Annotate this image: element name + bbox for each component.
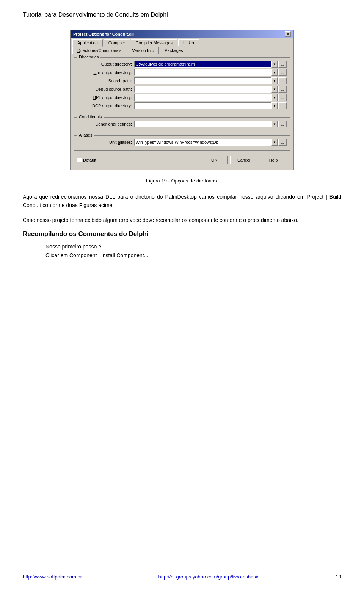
unit-aliases-dropdown[interactable]: ▼ [271, 139, 278, 146]
unit-aliases-browse[interactable]: ... [278, 139, 287, 146]
bpl-output-directory-browse[interactable]: ... [278, 94, 287, 101]
default-checkbox[interactable] [77, 158, 82, 162]
indented-text: Nosso primeiro passo é:Clicar em Compone… [46, 242, 341, 259]
search-path-input[interactable] [134, 77, 271, 84]
default-checkbox-area: Default [77, 158, 96, 162]
ok-button[interactable]: OK [201, 156, 228, 164]
conditional-defines-input[interactable] [134, 121, 271, 127]
debug-source-path-input[interactable] [134, 86, 271, 93]
page-title: Tutorial para Desenvolvimento de Conduit… [23, 11, 341, 18]
unit-output-directory-label: Unit output directory: [77, 70, 134, 75]
tab-compiler-messages[interactable]: Compiler Messages [131, 39, 177, 46]
output-directory-dropdown[interactable]: ▼ [271, 61, 278, 68]
bpl-output-directory-input-group: ▼ ... [134, 94, 287, 101]
dcp-output-directory-label: DCP output directory: [77, 104, 134, 108]
page-number: 13 [336, 574, 341, 580]
cancel-button-label: Cancel [237, 158, 250, 162]
dcp-output-directory-browse[interactable]: ... [278, 102, 287, 109]
tab-application[interactable]: Application [72, 39, 103, 47]
dialog-wrapper: Project Options for Conduit.dll ✕ Applic… [23, 30, 341, 170]
dcp-output-directory-row: DCP output directory: ▼ ... [77, 102, 287, 109]
figure-caption: Figura 19 - Opções de diretórios. [23, 178, 341, 184]
conditional-defines-row: Conditional defines: ▼ ... [77, 121, 287, 127]
section-heading: Recompilando os Comonentes do Delphi [23, 230, 341, 238]
dcp-output-directory-input[interactable] [134, 102, 271, 109]
aliases-group: Aliases Unit aliases: ▼ ... [74, 135, 290, 151]
bpl-output-directory-input[interactable] [134, 94, 271, 101]
tabs-row1: Application Compiler Compiler Messages L… [71, 38, 293, 46]
default-checkbox-label: Default [83, 158, 96, 162]
bpl-output-directory-row: BPL output directory: ▼ ... [77, 94, 287, 101]
tabs-row2: Directories/Conditionals Version Info Pa… [71, 47, 293, 54]
debug-source-path-row: Debug source path: ▼ ... [77, 86, 287, 93]
unit-aliases-input[interactable] [134, 139, 271, 146]
project-options-dialog: Project Options for Conduit.dll ✕ Applic… [70, 30, 294, 170]
unit-aliases-input-group: ▼ ... [134, 139, 287, 146]
search-path-dropdown[interactable]: ▼ [271, 77, 278, 84]
directories-group: Directories Output directory: ▼ ... Unit… [74, 57, 290, 114]
output-directory-label: Output directory: [77, 62, 134, 66]
ok-button-label: OK [211, 158, 217, 162]
search-path-input-group: ▼ ... [134, 77, 287, 84]
output-directory-input[interactable] [134, 61, 271, 68]
unit-output-directory-browse[interactable]: ... [278, 69, 287, 76]
help-button[interactable]: Help [260, 156, 287, 164]
search-path-row: Search path: ▼ ... [77, 77, 287, 84]
aliases-legend: Aliases [77, 133, 94, 137]
debug-source-path-input-group: ▼ ... [134, 86, 287, 93]
conditionals-group: Conditionals Conditional defines: ▼ ... [74, 117, 290, 132]
footer-link2[interactable]: http://br.groups.yahoo.com/group/livro-n… [158, 574, 259, 580]
search-path-browse[interactable]: ... [278, 77, 287, 84]
tab-packages[interactable]: Packages [160, 47, 188, 54]
dcp-output-directory-dropdown[interactable]: ▼ [271, 102, 278, 109]
tab-compiler[interactable]: Compiler [104, 39, 130, 46]
dcp-output-directory-input-group: ▼ ... [134, 102, 287, 109]
help-button-label: Help [269, 158, 278, 162]
search-path-label: Search path: [77, 79, 134, 83]
footer-link1[interactable]: http://www.softpalm.com.br [23, 574, 82, 580]
directories-legend: Directories [77, 55, 100, 59]
cancel-button[interactable]: Cancel [230, 156, 257, 164]
unit-aliases-label: Unit aliases: [77, 140, 134, 145]
dialog-buttons-row: Default OK Cancel Help [74, 154, 290, 167]
tab-version-info[interactable]: Version Info [127, 47, 159, 54]
footer: http://www.softpalm.com.br http://br.gro… [23, 571, 341, 580]
unit-output-directory-row: Unit output directory: ▼ ... [77, 69, 287, 76]
debug-source-path-browse[interactable]: ... [278, 86, 287, 93]
output-directory-row: Output directory: ▼ ... [77, 61, 287, 68]
bpl-output-directory-label: BPL output directory: [77, 95, 134, 100]
bpl-output-directory-dropdown[interactable]: ▼ [271, 94, 278, 101]
conditional-defines-browse[interactable]: ... [278, 121, 287, 127]
conditionals-legend: Conditionals [77, 115, 104, 119]
tab-directories-conditionals[interactable]: Directories/Conditionals [72, 47, 126, 54]
debug-source-path-dropdown[interactable]: ▼ [271, 86, 278, 93]
unit-output-directory-input[interactable] [134, 69, 271, 76]
conditional-defines-dropdown[interactable]: ▼ [271, 121, 278, 127]
debug-source-path-label: Debug source path: [77, 87, 134, 91]
dialog-titlebar: Project Options for Conduit.dll ✕ [71, 30, 293, 38]
conditional-defines-input-group: ▼ ... [134, 121, 287, 127]
dialog-title: Project Options for Conduit.dll [73, 32, 134, 36]
paragraph1: Agora que redirecionamos nossa DLL para … [23, 193, 341, 210]
paragraph2: Caso nosso projeto tenha exibido algum e… [23, 216, 341, 224]
tab-linker[interactable]: Linker [178, 39, 199, 46]
unit-aliases-row: Unit aliases: ▼ ... [77, 139, 287, 146]
close-icon[interactable]: ✕ [285, 31, 291, 37]
dialog-content: Directories Output directory: ▼ ... Unit… [71, 54, 293, 170]
indented-text-content: Nosso primeiro passo é:Clicar em Compone… [46, 244, 148, 258]
unit-output-directory-dropdown[interactable]: ▼ [271, 69, 278, 76]
unit-output-directory-input-group: ▼ ... [134, 69, 287, 76]
output-directory-input-group: ▼ ... [134, 61, 287, 68]
conditional-defines-label: Conditional defines: [77, 122, 134, 126]
output-directory-browse[interactable]: ... [278, 61, 287, 68]
